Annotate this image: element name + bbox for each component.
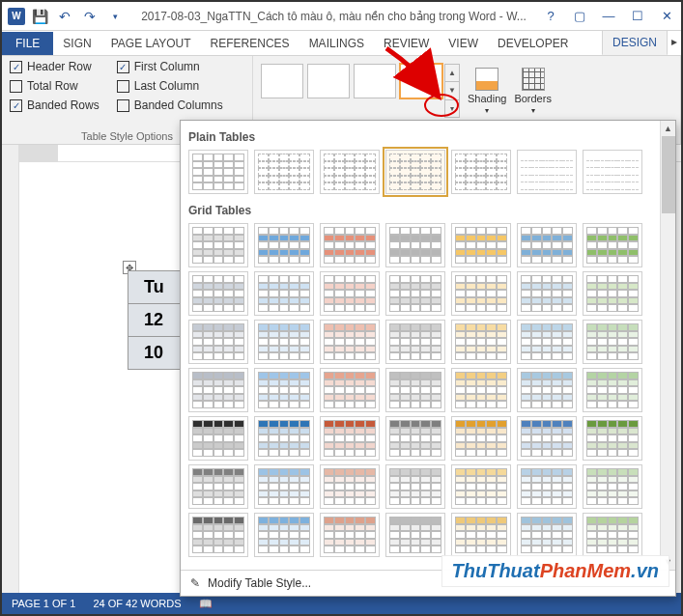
table-style-option[interactable]	[188, 464, 248, 509]
table-style-option[interactable]	[385, 464, 445, 509]
table-style-option[interactable]	[254, 513, 314, 557]
vertical-ruler[interactable]	[2, 145, 19, 593]
table-style-option[interactable]	[188, 416, 248, 461]
table-style-option[interactable]	[320, 416, 380, 461]
table-style-option[interactable]	[188, 271, 248, 316]
table-style-option[interactable]	[320, 320, 380, 364]
table-style-option[interactable]	[385, 320, 445, 364]
table-header-cell[interactable]: Tu	[128, 271, 181, 304]
help-icon[interactable]: ?	[536, 2, 565, 31]
table-style-option[interactable]	[254, 271, 314, 316]
table-style-option[interactable]	[320, 223, 380, 267]
table-style-option[interactable]	[320, 464, 380, 509]
table-style-option[interactable]	[188, 223, 248, 267]
table-style-option[interactable]	[583, 416, 642, 461]
table-style-option[interactable]	[385, 368, 445, 412]
table-style-option[interactable]	[385, 271, 445, 316]
document-table[interactable]: Tu 12 10	[128, 270, 181, 370]
tab-review[interactable]: REVIEW	[374, 32, 439, 55]
check-first-column[interactable]: ✓First Column	[117, 60, 223, 73]
table-style-option[interactable]	[188, 150, 248, 194]
maximize-icon[interactable]: ☐	[623, 2, 652, 31]
table-style-option[interactable]	[583, 320, 642, 364]
status-page[interactable]: PAGE 1 OF 1	[12, 598, 75, 609]
tab-page-layout[interactable]: PAGE LAYOUT	[101, 32, 201, 55]
table-style-option[interactable]	[583, 271, 642, 316]
tab-developer[interactable]: DEVELOPER	[488, 32, 578, 55]
tab-overflow-icon[interactable]: ▸	[668, 30, 681, 55]
tab-references[interactable]: REFERENCES	[201, 32, 299, 55]
table-style-option[interactable]	[451, 320, 511, 364]
table-style-option[interactable]	[188, 513, 248, 557]
gallery-scroll-down-icon[interactable]: ▼	[445, 82, 459, 99]
table-cell[interactable]: 10	[128, 337, 181, 370]
table-style-option[interactable]	[320, 368, 380, 412]
table-style-option[interactable]	[254, 150, 314, 194]
table-style-option[interactable]	[451, 464, 511, 509]
status-words[interactable]: 24 OF 42 WORDS	[93, 598, 181, 609]
table-style-option[interactable]	[385, 150, 445, 194]
table-style-option[interactable]	[385, 223, 445, 267]
table-style-option[interactable]	[583, 223, 642, 267]
table-style-thumb[interactable]	[261, 64, 303, 98]
status-proofing-icon[interactable]: 📖	[199, 598, 213, 610]
check-banded-rows[interactable]: ✓Banded Rows	[10, 98, 100, 112]
table-style-option[interactable]	[583, 464, 642, 509]
gallery-scroll-up-icon[interactable]: ▲	[445, 65, 459, 82]
table-style-option[interactable]	[385, 513, 445, 557]
table-style-option[interactable]	[320, 271, 380, 316]
table-style-option[interactable]	[451, 513, 511, 557]
file-tab[interactable]: FILE	[2, 32, 53, 55]
table-style-option[interactable]	[451, 416, 511, 461]
table-style-option[interactable]	[517, 464, 577, 509]
table-style-option[interactable]	[188, 368, 248, 412]
check-banded-columns[interactable]: Banded Columns	[117, 98, 223, 112]
table-style-thumb[interactable]	[307, 64, 350, 98]
modify-style-item[interactable]: Modify Table Style...	[208, 576, 311, 590]
table-style-option[interactable]	[451, 271, 511, 316]
table-style-thumb[interactable]	[354, 64, 396, 98]
table-cell[interactable]: 12	[128, 304, 181, 337]
panel-scrollbar[interactable]: ▲ ▼	[660, 121, 675, 570]
close-icon[interactable]: ✕	[652, 2, 681, 31]
gallery-expand-icon[interactable]: ▾	[445, 100, 459, 117]
table-style-option[interactable]	[320, 513, 380, 557]
save-icon[interactable]: 💾	[29, 6, 50, 27]
table-style-option[interactable]	[583, 368, 642, 412]
tab-table-design[interactable]: DESIGN	[602, 30, 668, 55]
table-style-option[interactable]	[517, 513, 577, 557]
table-style-option[interactable]	[517, 223, 577, 267]
tab-design-doc[interactable]: SIGN	[53, 32, 100, 55]
table-style-option[interactable]	[517, 271, 577, 316]
table-style-option[interactable]	[451, 223, 511, 267]
redo-icon[interactable]: ↷	[79, 6, 100, 27]
minimize-icon[interactable]: —	[594, 2, 623, 31]
tab-view[interactable]: VIEW	[439, 32, 488, 55]
table-style-option[interactable]	[517, 416, 577, 461]
check-header-row[interactable]: ✓Header Row	[10, 60, 100, 73]
ribbon-options-icon[interactable]: ▢	[565, 2, 594, 31]
table-style-option[interactable]	[188, 320, 248, 364]
qat-more-icon[interactable]: ▾	[104, 6, 126, 27]
table-style-thumb-selected[interactable]	[400, 64, 442, 98]
check-total-row[interactable]: Total Row	[10, 79, 100, 93]
table-style-option[interactable]	[517, 320, 577, 364]
scroll-thumb[interactable]	[662, 136, 675, 213]
table-style-option[interactable]	[254, 368, 314, 412]
table-style-option[interactable]	[451, 368, 511, 412]
table-style-option[interactable]	[320, 150, 380, 194]
table-style-option[interactable]	[451, 150, 511, 194]
table-style-option[interactable]	[254, 320, 314, 364]
table-style-option[interactable]	[517, 150, 577, 194]
check-last-column[interactable]: Last Column	[117, 79, 223, 93]
table-style-option[interactable]	[254, 464, 314, 509]
table-style-option[interactable]	[583, 150, 642, 194]
table-style-option[interactable]	[385, 416, 445, 461]
table-style-option[interactable]	[254, 223, 314, 267]
shading-button[interactable]: Shading ▾	[468, 68, 506, 115]
table-style-option[interactable]	[517, 368, 577, 412]
undo-icon[interactable]: ↶	[54, 6, 75, 27]
borders-button[interactable]: Borders ▾	[514, 68, 552, 115]
scroll-up-icon[interactable]: ▲	[661, 121, 675, 136]
table-style-option[interactable]	[583, 513, 642, 557]
